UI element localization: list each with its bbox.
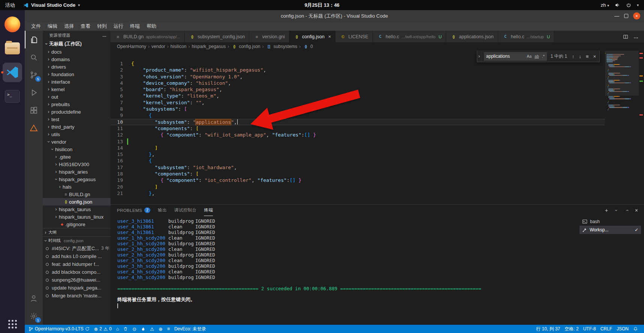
branch-indicator[interactable]: OpenHarmony-v3.0-LTS [26, 325, 92, 333]
outline-section-header[interactable]: › 大纲 [43, 228, 111, 236]
code-line[interactable]: 10 "subsystem": "applications", [111, 119, 605, 125]
tab-config.json[interactable]: {}config.json× [289, 31, 335, 42]
power-icon[interactable] [626, 3, 631, 8]
code-line[interactable]: 14 ] [111, 145, 605, 151]
tree-item-hals[interactable]: ›hals [43, 183, 111, 190]
minimap[interactable] [605, 51, 639, 204]
code-line[interactable]: 19 { "component": "iot_controller", "fea… [111, 177, 605, 183]
tree-item-hisilicon[interactable]: ›hisilicon [43, 146, 111, 153]
code-line[interactable]: 13 [111, 138, 605, 145]
tree-item-vendor[interactable]: ›vendor [43, 138, 111, 146]
code-line[interactable]: 8 "subsystems": [ [111, 106, 605, 112]
chevron-down-icon[interactable]: ▾ [637, 3, 639, 7]
tab-LICENSE[interactable]: ©LICENSE [335, 31, 373, 42]
tree-item-hispark_taurus_linux[interactable]: ›hispark_taurus_linux [43, 213, 111, 220]
code-line[interactable]: 5 "board": "hispark_pegasus", [111, 86, 605, 93]
close-find-icon[interactable]: × [592, 54, 597, 59]
tree-item-domains[interactable]: ›domains [43, 56, 111, 63]
terminal-list-item-Worksp...[interactable]: Worksp...✓ [580, 226, 641, 234]
split-editor-icon[interactable] [623, 34, 628, 39]
regex-icon[interactable]: .* [541, 54, 546, 59]
breadcrumb-item-config.json[interactable]: {}config.json [231, 44, 260, 49]
menu-item-文件[interactable]: 文件 [28, 22, 44, 31]
tree-item-kernel[interactable]: ›kernel [43, 86, 111, 93]
indentation-indicator[interactable]: 空格: 2 [562, 325, 581, 333]
tree-item-.gitee[interactable]: ›.gitee [43, 153, 111, 160]
code-line[interactable]: 3 "ohos_version": "OpenHarmony 1.0", [111, 74, 605, 80]
code-line[interactable]: 17 "subsystem": "iot_hardware", [111, 164, 605, 171]
close-tab-icon[interactable]: × [328, 34, 331, 39]
tree-item-test[interactable]: ›test [43, 116, 111, 123]
language-mode[interactable]: JSON [614, 325, 631, 333]
code-line[interactable]: 21 }, [111, 190, 605, 196]
tree-item-prebuilts[interactable]: ›prebuilts [43, 100, 111, 108]
terminal-dropdown-icon[interactable]: › [613, 208, 619, 213]
menu-item-编辑[interactable]: 编辑 [44, 22, 61, 31]
dock-firefox[interactable] [1, 13, 24, 36]
tab-subsystem_config.json[interactable]: {}subsystem_config.json [185, 31, 249, 42]
timeline-item[interactable]: #I45ICV: 产品配置C...3 年 [43, 244, 111, 252]
tab-hello.c[interactable]: Chello.c.../wifi-iot/app/helloU [373, 31, 446, 42]
find-next-icon[interactable]: ↓ [578, 54, 583, 59]
eol-indicator[interactable]: CRLF [598, 325, 614, 333]
tree-item-hispark_pegasus[interactable]: ›hispark_pegasus [43, 176, 111, 183]
tab-applications.json[interactable]: {}applications.json [446, 31, 498, 42]
breadcrumb-item-OpenHarmony[interactable]: OpenHarmony [117, 44, 146, 49]
minimize-icon[interactable]: — [614, 13, 619, 19]
dock-terminal[interactable]: >_ [1, 85, 24, 108]
problems-indicator[interactable]: ⊗ 2 ⚠ 0 [92, 325, 114, 333]
menu-item-帮助[interactable]: 帮助 [143, 22, 160, 31]
whole-word-icon[interactable]: ab [533, 54, 540, 59]
code-line[interactable]: 20 ] [111, 184, 605, 190]
code-line[interactable]: 15 }, [111, 151, 605, 158]
panel-tab-输出[interactable]: 输出 [158, 205, 167, 216]
tree-item-hispark_aries[interactable]: ›hispark_aries [43, 168, 111, 176]
code-line[interactable]: 7 "kernel_version": "", [111, 99, 605, 106]
target-icon[interactable]: ⊕ [156, 325, 165, 333]
activities-button[interactable]: 活动 [5, 2, 15, 9]
alert-icon[interactable]: ⚠ [148, 325, 156, 333]
code-line[interactable]: 2 "product_name": "wifiiot_hispark_pegas… [111, 67, 605, 73]
tab-version.gni[interactable]: ≡version.gni [249, 31, 289, 42]
maximize-icon[interactable] [624, 14, 628, 18]
menu-item-查看[interactable]: 查看 [77, 22, 94, 31]
terminal-list-item-bash[interactable]: bash [580, 218, 641, 226]
tree-item-productdefine[interactable]: ›productdefine [43, 108, 111, 116]
menu-item-转到[interactable]: 转到 [94, 22, 110, 31]
tree-item-hispark_taurus[interactable]: ›hispark_taurus [43, 206, 111, 213]
clean-trash-icon[interactable] [121, 325, 130, 333]
show-applications-button[interactable] [8, 320, 17, 328]
find-in-selection-icon[interactable]: ≡ [585, 54, 590, 59]
code-line[interactable]: 12 { "component": "wifi_iot_sample_app",… [111, 132, 605, 138]
accounts-icon[interactable] [25, 290, 43, 307]
tree-item-drivers[interactable]: ›drivers [43, 63, 111, 70]
find-input[interactable]: applications Aa ab .* [484, 52, 547, 61]
new-terminal-icon[interactable]: + [605, 207, 608, 213]
workspace-section-header[interactable]: › 无标题 (工作区) [43, 40, 111, 48]
tab-BUILD.gn[interactable]: ≡BUILD.gnapplications/app/... [111, 31, 185, 42]
close-icon[interactable]: × [633, 12, 640, 20]
timeline-item[interactable]: Merge branch 'maste... [43, 292, 111, 300]
code-line[interactable]: 9 { [111, 112, 605, 118]
tree-item-utils[interactable]: ›utils [43, 130, 111, 138]
panel-tab-PROBLEMS[interactable]: PROBLEMS2 [117, 205, 150, 216]
menu-item-运行[interactable]: 运行 [110, 22, 127, 31]
tasklist-icon[interactable]: ≡ [165, 325, 172, 333]
timeline-item[interactable]: sunpeng26@huawei... [43, 276, 111, 284]
keyboard-layout-indicator[interactable]: zh ▾ [601, 2, 609, 8]
tree-item-.gitignore[interactable]: ◆.gitignore [43, 220, 111, 228]
timeline-item[interactable]: feat: add hidumper f... [43, 260, 111, 268]
tree-item-out[interactable]: ›out [43, 93, 111, 100]
settings-gear-icon[interactable]: 1 [25, 307, 43, 325]
timeline-item[interactable]: add blackbox compo... [43, 268, 111, 276]
tree-item-third_party[interactable]: ›third_party [43, 123, 111, 130]
breadcrumb-item-subsystems[interactable]: [ ]subsystems [266, 44, 297, 49]
code-line[interactable]: 6 "kernel_type": "liteos_m", [111, 93, 605, 99]
clock[interactable]: 9月25日 13：46 [304, 0, 339, 10]
breadcrumb-item-0[interactable]: {}0 [303, 44, 313, 49]
timeline-item[interactable]: update hispark_pega... [43, 284, 111, 292]
menu-item-选择[interactable]: 选择 [61, 22, 77, 31]
close-panel-icon[interactable]: × [635, 207, 638, 213]
deveco-login-status[interactable]: DevEco: 未登录 [172, 325, 208, 333]
tree-item-interface[interactable]: ›interface [43, 78, 111, 86]
